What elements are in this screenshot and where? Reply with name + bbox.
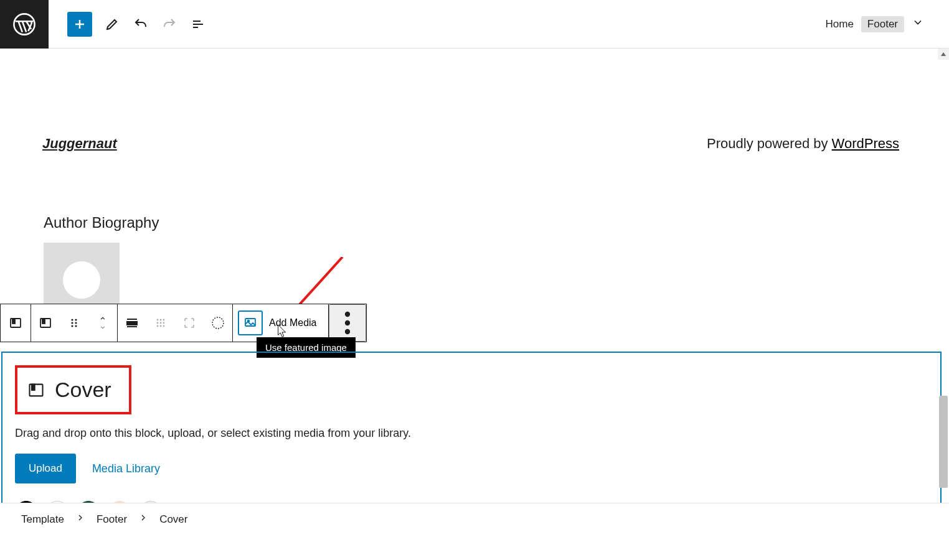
chevron-right-icon <box>75 513 85 526</box>
editor-canvas[interactable]: Juggernaut Proudly powered by WordPress … <box>0 49 949 503</box>
edit-icon[interactable] <box>103 16 121 33</box>
wordpress-link[interactable]: WordPress <box>832 136 899 151</box>
list-view-icon[interactable] <box>189 16 207 33</box>
svg-point-16 <box>163 319 165 321</box>
svg-point-27 <box>344 320 349 325</box>
svg-point-10 <box>75 322 77 324</box>
scrollbar-thumb[interactable] <box>939 396 948 488</box>
svg-rect-30 <box>32 384 35 390</box>
media-icon <box>238 310 263 335</box>
svg-point-26 <box>344 312 349 317</box>
svg-rect-13 <box>127 322 137 325</box>
svg-point-15 <box>160 319 162 321</box>
svg-point-23 <box>212 317 224 329</box>
cover-block-placeholder[interactable]: Cover Drag and drop onto this block, upl… <box>1 352 942 503</box>
author-avatar <box>44 243 120 305</box>
svg-point-19 <box>163 322 165 324</box>
block-toolbar: Add Media <box>0 304 367 342</box>
footer-template-row: Juggernaut Proudly powered by WordPress <box>0 49 943 152</box>
more-options-button[interactable] <box>329 304 366 342</box>
author-bio-heading: Author Biography <box>44 214 900 231</box>
duotone-button[interactable] <box>204 304 232 342</box>
cover-block-title: Cover <box>55 378 111 402</box>
svg-point-18 <box>160 322 162 324</box>
align-button[interactable] <box>118 304 146 342</box>
cover-block-description: Drag and drop onto this block, upload, o… <box>15 427 928 440</box>
svg-point-14 <box>157 319 159 321</box>
svg-point-25 <box>248 320 250 322</box>
upload-button[interactable]: Upload <box>15 454 76 483</box>
svg-point-12 <box>75 325 77 327</box>
swatch-peach[interactable] <box>108 501 131 503</box>
add-media-label: Add Media <box>269 317 317 329</box>
content-position-button[interactable] <box>146 304 175 342</box>
svg-point-20 <box>157 325 159 327</box>
svg-rect-4 <box>12 319 15 324</box>
svg-point-8 <box>75 319 77 320</box>
avatar-placeholder-icon <box>63 261 100 299</box>
svg-point-9 <box>71 322 73 324</box>
redo-icon <box>161 16 178 33</box>
toolbar-left <box>49 12 207 37</box>
cover-icon <box>27 381 45 399</box>
crumb-footer[interactable]: Footer <box>97 513 127 526</box>
swatch-white[interactable] <box>46 501 68 503</box>
chevron-down-icon[interactable] <box>912 16 924 32</box>
media-library-link[interactable]: Media Library <box>92 462 160 475</box>
parent-block-button[interactable] <box>1 304 31 342</box>
powered-by-text: Proudly powered by WordPress <box>707 136 899 152</box>
top-bar: Home Footer <box>0 0 949 49</box>
svg-rect-6 <box>42 319 45 324</box>
undo-icon[interactable] <box>132 16 149 33</box>
cover-actions: Upload Media Library <box>15 454 928 483</box>
svg-point-11 <box>71 325 73 327</box>
swatch-teal[interactable] <box>77 501 100 503</box>
drag-handle-icon[interactable] <box>60 304 88 342</box>
swatch-gray[interactable] <box>139 501 162 503</box>
breadcrumb: Template Footer Cover <box>0 503 949 535</box>
color-swatches <box>15 501 928 503</box>
wordpress-logo[interactable] <box>0 0 49 49</box>
nav-home[interactable]: Home <box>826 18 854 30</box>
cover-block-title-highlight: Cover <box>15 365 131 414</box>
scroll-arrow-up-icon[interactable] <box>938 49 949 60</box>
chevron-right-icon <box>138 513 148 526</box>
add-media-button[interactable]: Add Media <box>233 304 328 342</box>
svg-point-7 <box>71 319 73 320</box>
svg-point-17 <box>157 322 159 324</box>
svg-point-28 <box>344 329 349 334</box>
crumb-template[interactable]: Template <box>21 513 64 526</box>
nav-chip-footer[interactable]: Footer <box>861 16 904 32</box>
add-block-button[interactable] <box>67 12 92 37</box>
crumb-cover[interactable]: Cover <box>159 513 187 526</box>
cover-block-icon[interactable] <box>31 304 60 342</box>
swatch-black[interactable] <box>15 501 37 503</box>
svg-point-21 <box>160 325 162 327</box>
toolbar-right: Home Footer <box>826 16 925 32</box>
site-title-link[interactable]: Juggernaut <box>42 136 117 152</box>
full-height-button[interactable] <box>175 304 204 342</box>
svg-point-22 <box>163 325 165 327</box>
author-bio-section: Author Biography <box>0 152 943 305</box>
move-up-down-button[interactable] <box>88 304 117 342</box>
